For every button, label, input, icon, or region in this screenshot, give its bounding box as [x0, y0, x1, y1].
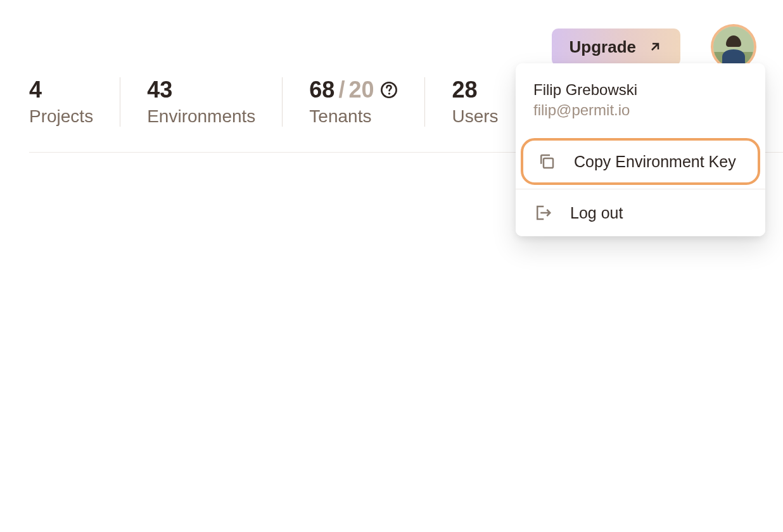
- logout-icon: [533, 203, 552, 222]
- upgrade-label: Upgrade: [570, 37, 636, 57]
- copy-icon: [537, 152, 556, 171]
- stat-projects: 4 Projects: [29, 77, 120, 127]
- stat-projects-label: Projects: [29, 106, 93, 127]
- stat-tenants-label: Tenants: [309, 106, 398, 127]
- user-email: filip@permit.io: [533, 101, 748, 119]
- menu-copy-env-key[interactable]: Copy Environment Key: [521, 138, 760, 185]
- help-icon[interactable]: [380, 81, 398, 99]
- stat-users: 28 Users: [425, 77, 525, 127]
- stat-tenants: 68 / 20 Tenants: [283, 77, 425, 127]
- upgrade-button[interactable]: Upgrade: [552, 28, 680, 66]
- stat-environments-value: 43: [147, 77, 255, 103]
- dropdown-header: Filip Grebowski filip@permit.io: [516, 63, 765, 134]
- avatar-image: [713, 27, 754, 67]
- tenants-current: 68: [309, 77, 334, 103]
- menu-logout[interactable]: Log out: [516, 189, 765, 236]
- stat-tenants-value: 68 / 20: [309, 77, 398, 103]
- menu-logout-label: Log out: [570, 204, 623, 222]
- stat-projects-value: 4: [29, 77, 93, 103]
- stat-users-label: Users: [452, 106, 498, 127]
- stat-environments: 43 Environments: [120, 77, 283, 127]
- stat-users-value: 28: [452, 77, 498, 103]
- user-name: Filip Grebowski: [533, 81, 748, 99]
- external-link-icon: [647, 39, 663, 54]
- svg-rect-5: [544, 158, 553, 168]
- tenants-limit: 20: [348, 77, 374, 103]
- svg-point-4: [388, 92, 390, 94]
- menu-copy-env-key-label: Copy Environment Key: [574, 153, 736, 171]
- user-dropdown: Filip Grebowski filip@permit.io Copy Env…: [516, 63, 765, 236]
- stat-environments-label: Environments: [147, 106, 255, 127]
- tenants-slash: /: [338, 77, 345, 103]
